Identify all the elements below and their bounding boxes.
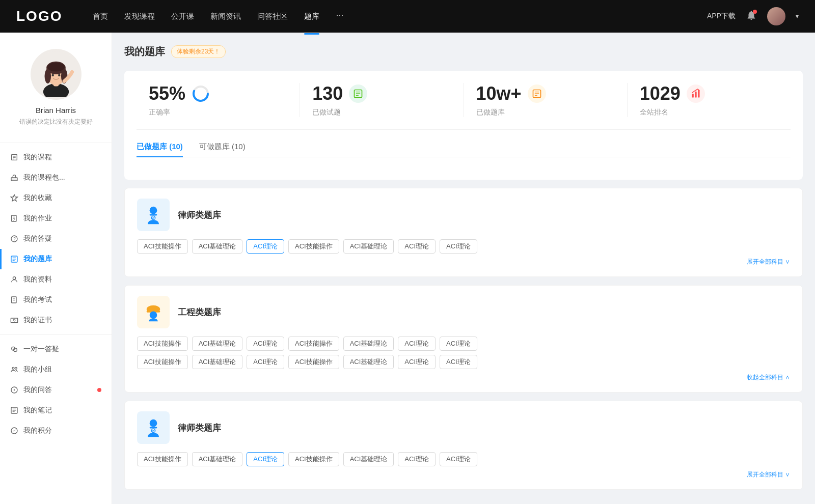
bank-card-3-title: 律师类题库 [178, 422, 221, 434]
sidebar-label-cert: 我的证书 [23, 316, 101, 325]
sidebar-item-exam[interactable]: 我的考试 [0, 290, 112, 310]
course-icon [10, 153, 18, 161]
bank-tag[interactable]: ACI技能操作 [137, 337, 188, 351]
nav-discover[interactable]: 发现课程 [124, 10, 155, 23]
bank-card-3-expand[interactable]: 展开全部科目 ∨ [137, 470, 790, 479]
nav-avatar[interactable] [767, 7, 785, 25]
bank-card-2-collapse[interactable]: 收起全部科目 ∧ [137, 373, 790, 382]
bank-tag[interactable]: ACI理论 [247, 337, 284, 351]
note-icon [10, 406, 18, 414]
bank-tag[interactable]: ACI理论 [398, 355, 436, 369]
tab-done-banks[interactable]: 已做题库 (10) [137, 142, 183, 157]
bank-tag[interactable]: ACI理论 [440, 337, 477, 351]
bank-card-1-expand[interactable]: 展开全部科目 ∨ [137, 258, 790, 266]
bank-tag[interactable]: ACI技能操作 [137, 239, 188, 254]
nav-qa[interactable]: 问答社区 [257, 10, 288, 23]
group-icon [10, 366, 18, 374]
sidebar-item-course[interactable]: 我的课程 [0, 147, 112, 167]
bank-card-1-info: 律师类题库 [178, 209, 221, 221]
sidebar-item-homework[interactable]: 我的作业 [0, 208, 112, 229]
bank-tag[interactable]: ACI技能操作 [137, 355, 188, 369]
nav-bell-button[interactable] [746, 10, 757, 23]
sidebar-item-answers[interactable]: 我的问答 [0, 380, 112, 400]
nav-open-course[interactable]: 公开课 [171, 10, 194, 23]
points-icon [10, 427, 18, 435]
sidebar-profile: Brian Harris 错误的决定比没有决定要好 [0, 49, 112, 138]
svg-rect-55 [698, 90, 699, 98]
nav-logo: LOGO [16, 8, 62, 24]
nav-more[interactable]: ··· [336, 10, 343, 23]
sidebar-motto: 错误的决定比没有决定要好 [10, 118, 101, 126]
stats-row: 55% 正确率 130 [137, 83, 791, 130]
sidebar-item-package[interactable]: 我的课程包... [0, 167, 112, 188]
svg-point-35 [15, 367, 17, 369]
stat-banks-row: 10w+ [476, 83, 615, 104]
bank-tag[interactable]: ACI技能操作 [137, 452, 188, 466]
bank-tag[interactable]: ACI基础理论 [192, 337, 243, 351]
bank-tag[interactable]: ACI理论 [440, 355, 477, 369]
bank-tag[interactable]: ACI技能操作 [288, 452, 339, 466]
bank-tag[interactable]: ACI技能操作 [288, 337, 339, 351]
bank-tag[interactable]: ACI基础理论 [343, 355, 394, 369]
bank-card-2-header: 工程类题库 [137, 296, 790, 328]
sidebar-item-favorites[interactable]: 我的收藏 [0, 188, 112, 208]
bank-tag[interactable]: ACI基础理论 [192, 355, 243, 369]
bank-card-3-info: 律师类题库 [178, 422, 221, 434]
sidebar: Brian Harris 错误的决定比没有决定要好 我的课程 我的课程包... … [0, 33, 112, 504]
sidebar-username: Brian Harris [10, 106, 101, 115]
stat-banks-label: 已做题库 [476, 108, 505, 116]
bank-tag[interactable]: ACI技能操作 [288, 239, 339, 254]
svg-point-9 [58, 74, 61, 77]
bank-tag[interactable]: ACI理论 [247, 355, 284, 369]
nav-news[interactable]: 新闻资讯 [210, 10, 241, 23]
stat-accuracy-value: 55% [149, 83, 185, 104]
sidebar-item-notes[interactable]: 我的笔记 [0, 400, 112, 421]
bank-tag[interactable]: ACI基础理论 [192, 239, 243, 254]
sidebar-label-package: 我的课程包... [23, 173, 101, 182]
bank-card-3: 律师类题库 ACI技能操作 ACI基础理论 ACI理论 ACI技能操作 ACI基… [124, 401, 803, 490]
svg-point-34 [12, 367, 14, 369]
answer-icon [10, 386, 18, 394]
stat-accuracy-label: 正确率 [149, 108, 170, 116]
sidebar-item-cert[interactable]: 我的证书 [0, 310, 112, 330]
exam-icon [10, 296, 18, 304]
bank-tag[interactable]: ACI基础理论 [343, 239, 394, 254]
svg-marker-16 [11, 194, 17, 201]
chart-red-icon [687, 85, 705, 103]
bell-dot [753, 10, 757, 14]
stat-rank-value: 1029 [640, 83, 681, 104]
bank-tag[interactable]: ACI理论 [398, 337, 436, 351]
sidebar-item-qa[interactable]: ? 我的答疑 [0, 229, 112, 249]
sidebar-label-bank: 我的题库 [23, 255, 101, 264]
bank-card-1-header: 律师类题库 [137, 199, 790, 231]
nav-home[interactable]: 首页 [93, 10, 108, 23]
bank-tag[interactable]: ACI基础理论 [343, 337, 394, 351]
bank-card-2-title: 工程类题库 [178, 306, 221, 318]
main-content: 我的题库 体验剩余23天！ 55% 正 [112, 33, 815, 504]
sidebar-label-notes: 我的笔记 [23, 406, 101, 415]
bank-tag-active[interactable]: ACI理论 [247, 452, 284, 466]
avatar [31, 49, 82, 100]
sidebar-item-group[interactable]: 我的小组 [0, 359, 112, 380]
sidebar-label-one-on-one: 一对一答疑 [23, 345, 101, 354]
bank-tag[interactable]: ACI理论 [440, 239, 477, 254]
qa-icon [10, 345, 18, 353]
bank-tag[interactable]: ACI理论 [398, 452, 436, 466]
nav-links: 首页 发现课程 公开课 新闻资讯 问答社区 题库 ··· [93, 10, 707, 23]
sidebar-item-bank[interactable]: 我的题库 [0, 249, 112, 269]
bank-tag[interactable]: ACI技能操作 [288, 355, 339, 369]
tab-available-banks[interactable]: 可做题库 (10) [199, 142, 246, 157]
nav-bank[interactable]: 题库 [304, 10, 319, 23]
bank-tag[interactable]: ACI基础理论 [192, 452, 243, 466]
nav-chevron-icon[interactable]: ▾ [796, 13, 799, 20]
bank-tag[interactable]: ACI理论 [440, 452, 477, 466]
sidebar-item-profile[interactable]: 我的资料 [0, 269, 112, 290]
stat-rank-label: 全站排名 [640, 108, 668, 116]
bank-tag[interactable]: ACI理论 [398, 239, 436, 254]
sidebar-item-points[interactable]: 我的积分 [0, 421, 112, 441]
sidebar-item-one-on-one[interactable]: 一对一答疑 [0, 339, 112, 359]
nav-app-download[interactable]: APP下载 [707, 12, 736, 21]
bank-tag-active[interactable]: ACI理论 [247, 239, 284, 254]
sidebar-label-group: 我的小组 [23, 365, 101, 374]
bank-tag[interactable]: ACI基础理论 [343, 452, 394, 466]
